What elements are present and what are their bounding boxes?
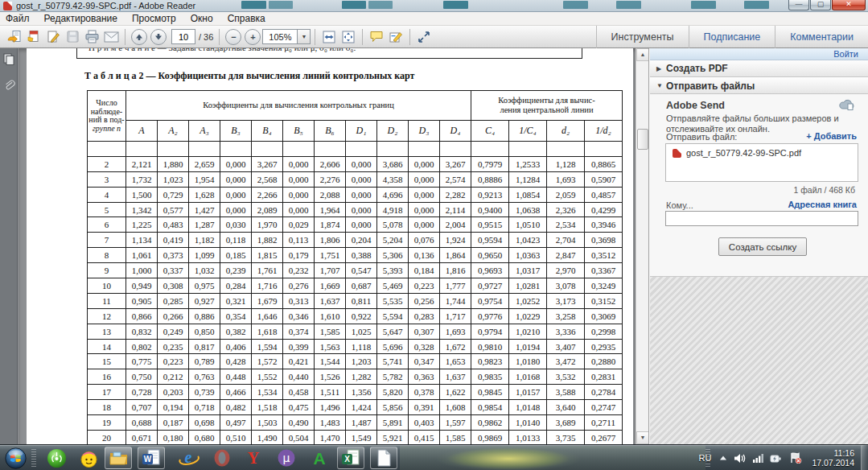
internet-explorer-icon[interactable]: e: [175, 447, 203, 469]
add-file-link[interactable]: + Добавить: [806, 131, 857, 141]
coefficient-cell: 0,180: [158, 430, 189, 444]
fullscreen-button[interactable]: [414, 27, 434, 47]
coefficient-cell: 1,061: [126, 248, 158, 263]
table-row: 71,1340,4191,1820,1181,8820,1131,8060,20…: [88, 233, 623, 248]
create-link-button[interactable]: Создать ссылку: [718, 237, 807, 256]
coefficient-cell: 0,276: [283, 278, 315, 294]
coefficient-cell: 0,671: [126, 430, 158, 444]
messenger-smiley-icon[interactable]: [75, 447, 102, 469]
action-center-flag-icon[interactable]: [789, 452, 802, 464]
table-row: 100,9490,3080,9750,2841,7160,2761,6690,6…: [88, 278, 623, 294]
fit-page-button[interactable]: [339, 27, 358, 47]
highlight-sign-button[interactable]: [386, 27, 405, 47]
coefficient-cell: 1,964: [315, 202, 346, 217]
taskbar-grip[interactable]: [31, 449, 36, 467]
coefficient-cell: 0,179: [283, 248, 315, 263]
subgroup-size-cell: 17: [88, 385, 126, 400]
header-group-control-limits: Коэффициенты для вычисления контрольных …: [126, 91, 471, 121]
coefficient-cell: 0,3367: [585, 263, 623, 278]
print-button[interactable]: [82, 27, 101, 47]
tab-sign[interactable]: Подписание: [689, 26, 775, 48]
attachments-paperclip-icon[interactable]: [2, 79, 15, 92]
aimp-icon[interactable]: A: [306, 447, 333, 469]
section-create-pdf[interactable]: ▶ Создать PDF: [650, 60, 868, 77]
coefficient-cell: 0,9794: [471, 324, 509, 339]
email-button[interactable]: [101, 27, 121, 47]
coefficient-cell: 1,707: [315, 263, 346, 278]
fit-width-icon: [322, 31, 336, 43]
coefficient-cell: 0,475: [283, 400, 315, 415]
recipient-input[interactable]: [665, 211, 858, 226]
scroll-up-button[interactable]: ▲: [636, 48, 649, 61]
coefficient-cell: 1,526: [315, 369, 346, 385]
word-taskbar-button[interactable]: W: [138, 447, 165, 469]
section-send-files[interactable]: ▼ Отправить файлы: [650, 77, 868, 94]
address-book-link[interactable]: Адресная книга: [788, 200, 857, 209]
zoom-dropdown-arrow[interactable]: ▼: [298, 29, 311, 44]
opera-icon[interactable]: [208, 447, 236, 469]
coefficient-cell: 0,2880: [585, 354, 623, 369]
minimize-button[interactable]: —: [788, 0, 809, 10]
coefficient-cell: 0,223: [409, 278, 440, 294]
coefficient-cell: 0,2784: [585, 385, 623, 400]
fit-page-icon: [341, 31, 356, 43]
coefficient-cell: 0,504: [283, 430, 315, 444]
show-hidden-icons-chevron[interactable]: [719, 455, 727, 461]
previous-page-button[interactable]: [131, 29, 147, 45]
language-indicator[interactable]: RU: [699, 453, 712, 463]
coefficient-cell: 0,000: [283, 187, 315, 202]
coefficient-cell: 0,000: [409, 156, 440, 171]
coefficient-cell: 0,832: [126, 324, 158, 339]
coefficient-cell: 1,0194: [509, 339, 547, 354]
tab-tools[interactable]: Инструменты: [596, 26, 689, 48]
menu-help[interactable]: Справка: [220, 12, 273, 26]
utorrent-icon[interactable]: µ: [273, 447, 300, 469]
explorer-taskbar-button[interactable]: [105, 447, 132, 469]
vertical-scrollbar[interactable]: ▲ ▼: [636, 48, 648, 444]
volume-icon[interactable]: [734, 453, 746, 464]
coefficient-cell: 1,282: [346, 369, 377, 385]
network-status-icon[interactable]: [752, 453, 763, 463]
maximize-button[interactable]: ▢: [810, 0, 831, 10]
chevron-right-icon: ▶: [656, 65, 666, 72]
zoom-out-button[interactable]: −: [225, 29, 241, 45]
zoom-in-button[interactable]: +: [245, 29, 261, 45]
comment-button[interactable]: [367, 27, 386, 47]
menu-file[interactable]: Файл: [6, 12, 37, 26]
next-page-button[interactable]: [150, 29, 167, 45]
sign-in-link[interactable]: Войти: [833, 49, 858, 59]
file-list-item[interactable]: gost_r_50779.42-99-SPC.pdf: [673, 148, 858, 158]
yandex-browser-icon[interactable]: Y: [240, 447, 267, 469]
menu-view[interactable]: Просмотр: [125, 12, 183, 26]
menu-edit[interactable]: Редактирование: [37, 12, 125, 26]
start-button[interactable]: [2, 447, 29, 469]
coefficient-cell: 1,594: [252, 339, 283, 354]
show-desktop-button[interactable]: [861, 445, 868, 470]
tab-comments[interactable]: Комментарии: [775, 26, 868, 48]
power-plug-icon[interactable]: [770, 453, 783, 464]
open-file-button[interactable]: [5, 27, 24, 47]
zoom-level-value[interactable]: 105%: [262, 29, 298, 44]
coefficient-cell: 5,306: [377, 248, 409, 263]
document-taskbar-button[interactable]: [370, 447, 397, 469]
fit-width-button[interactable]: [319, 27, 339, 47]
clock[interactable]: 11:16 17.07.2014: [812, 448, 854, 468]
coefficient-cell: 1,874: [315, 217, 346, 233]
svg-text:µ: µ: [283, 451, 290, 464]
network-app-icon[interactable]: [43, 447, 70, 469]
scrollbar-thumb[interactable]: [637, 129, 648, 150]
pdf-file-icon: [673, 149, 681, 158]
close-button[interactable]: ✕: [832, 0, 866, 10]
coefficient-cell: 1,0210: [509, 324, 547, 339]
page-thumbnails-icon[interactable]: [2, 52, 15, 65]
scroll-down-button[interactable]: ▼: [636, 431, 649, 444]
coefficient-cell: 0,113: [283, 233, 315, 248]
coefficient-cell: 1,0180: [509, 354, 547, 369]
excel-taskbar-button[interactable]: X: [337, 447, 364, 469]
save-button[interactable]: [63, 27, 82, 47]
edit-document-button[interactable]: [43, 27, 63, 47]
menu-window[interactable]: Окно: [183, 12, 220, 26]
page-number-input[interactable]: [171, 29, 195, 44]
table-row: 170,7280,2030,7390,4661,5340,4581,5111,3…: [88, 385, 623, 400]
create-pdf-button[interactable]: [24, 27, 43, 47]
